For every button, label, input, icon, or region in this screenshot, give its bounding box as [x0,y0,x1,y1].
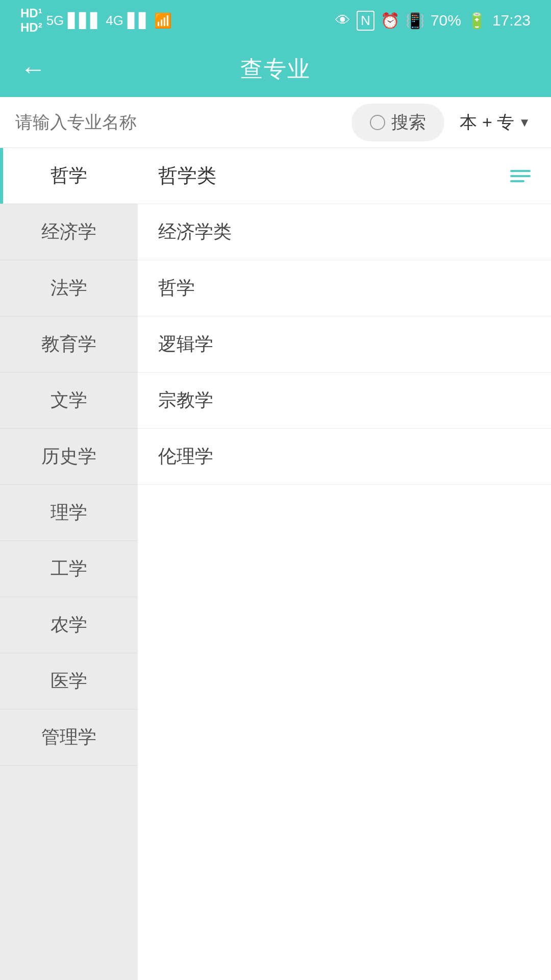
subcategory-item-label: 宗教学 [158,388,213,413]
subcategory-item-luoji[interactable]: 逻辑学 [138,316,551,373]
search-input[interactable] [15,105,341,140]
sidebar-item-nongxue[interactable]: 农学 [0,597,138,653]
back-button[interactable]: ← [20,54,46,84]
sidebar-item-label: 教育学 [41,332,96,357]
subcategory-item-lunli[interactable]: 伦理学 [138,429,551,485]
subcategory-title: 哲学类 [158,163,216,189]
main-content: 哲学经济学法学教育学文学历史学理学工学农学医学管理学 哲学类 经济学类哲学逻辑学… [0,148,551,980]
chevron-down-icon: ▼ [518,115,531,130]
sidebar-item-faxue[interactable]: 法学 [0,260,138,316]
list-line-3 [510,180,524,182]
sidebar-item-label: 经济学 [41,219,96,244]
subcategory-item-label: 哲学 [158,276,195,301]
sidebar-item-label: 医学 [51,669,87,694]
sidebar-item-lishixue[interactable]: 历史学 [0,429,138,485]
sidebar-item-gongxue[interactable]: 工学 [0,541,138,597]
search-circle-icon [370,115,385,130]
hd-icon: HD¹HD² [20,6,42,35]
nfc-icon: N [357,11,374,31]
subcategory-panel: 哲学类 经济学类哲学逻辑学宗教学伦理学 [138,148,551,980]
status-bar: HD¹HD² 5G ▋▋▋ 4G ▋▋ 📶 👁 N ⏰ 📳 70% 🔋 17:2… [0,0,551,41]
wifi-icon: 📶 [154,12,172,29]
vibrate-icon: 📳 [406,12,424,30]
sidebar-item-label: 法学 [51,276,87,301]
subcategory-item-label: 逻辑学 [158,332,213,357]
subcategory-item-jingji-lei[interactable]: 经济学类 [138,204,551,260]
subcategory-item-zongjiao[interactable]: 宗教学 [138,373,551,429]
list-line-2 [510,175,531,177]
sidebar-item-lixue[interactable]: 理学 [0,485,138,541]
list-line-1 [510,170,531,172]
sidebar-item-zhexue[interactable]: 哲学 [0,148,138,204]
sidebar-item-label: 历史学 [41,444,96,469]
sidebar-item-jingjixue[interactable]: 经济学 [0,204,138,260]
sidebar-item-wenxue[interactable]: 文学 [0,373,138,429]
back-icon: ← [20,55,46,83]
time-display: 17:23 [492,12,531,29]
battery-icon: 🔋 [467,12,486,30]
list-view-button[interactable] [510,170,531,182]
filter-button[interactable]: 本 + 专 ▼ [455,111,536,134]
subcategory-header: 哲学类 [138,148,551,204]
sidebar-item-label: 农学 [51,612,87,638]
sidebar-item-label: 管理学 [41,725,96,750]
search-bar: 搜索 本 + 专 ▼ [0,97,551,148]
sidebar-item-jiaoyuxue[interactable]: 教育学 [0,316,138,373]
alarm-icon: ⏰ [381,12,399,30]
5g-icon: 5G [46,13,64,29]
status-left-icons: HD¹HD² 5G ▋▋▋ 4G ▋▋ 📶 [20,6,172,35]
search-button[interactable]: 搜索 [352,104,444,141]
nav-bar: ← 查专业 [0,41,551,97]
signal-icon: ▋▋▋ [68,12,102,29]
subcategory-item-label: 伦理学 [158,444,213,469]
sidebar-item-label: 理学 [51,500,87,525]
battery-text: 70% [431,12,461,29]
sidebar-item-yixue[interactable]: 医学 [0,653,138,709]
sidebar-item-label: 文学 [51,388,87,413]
subcategory-item-label: 经济学类 [158,219,232,244]
category-sidebar: 哲学经济学法学教育学文学历史学理学工学农学医学管理学 [0,148,138,980]
sidebar-item-label: 工学 [51,556,87,581]
page-title: 查专业 [240,54,311,84]
eye-icon: 👁 [335,12,350,29]
signal2-icon: ▋▋ [128,12,150,29]
sidebar-item-guanlixue[interactable]: 管理学 [0,709,138,766]
sidebar-item-label: 哲学 [51,163,87,188]
filter-label: 本 + 专 [460,111,514,134]
search-label: 搜索 [391,111,426,134]
4g-icon: 4G [106,13,123,29]
status-right-icons: 👁 N ⏰ 📳 70% 🔋 17:23 [335,11,531,31]
subcategory-item-zhexue-sub[interactable]: 哲学 [138,260,551,316]
